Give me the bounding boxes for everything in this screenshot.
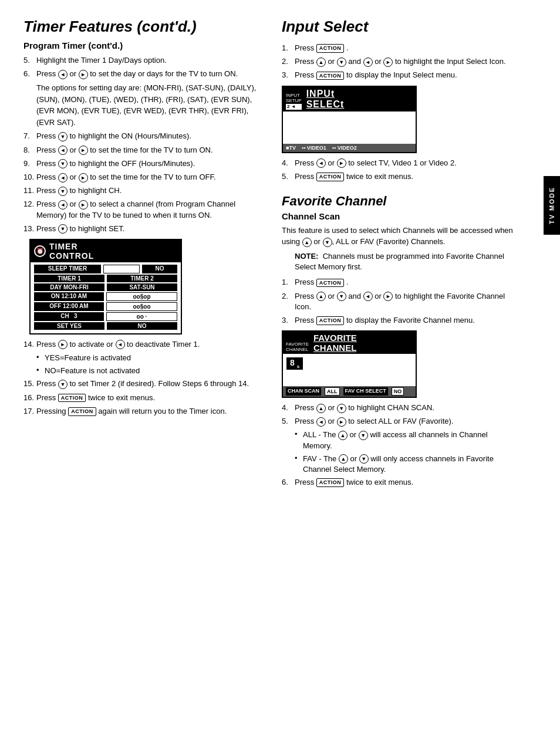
step-10: 10. Press ◄ or ► to set the time for the… [23,172,258,183]
step-6: 6. Press ◄ or ► to set the day or days f… [23,69,258,79]
step-14: 14. Press ► to activate or ◄ to deactiva… [23,339,258,350]
fav-desc: This feature is used to select which Cha… [282,225,517,248]
left-arrow-2-icon: ◄ [58,146,68,155]
left-title: Timer Features (cont'd.) [23,18,258,36]
is-body [283,111,416,144]
is-title-big: INPUt [306,89,345,99]
fav-step-4: 4. Press ▲ or ▼ to highlight CHAN SCAN. [282,403,517,413]
right-arrow-5-icon: ► [58,340,68,349]
fav-title: Favorite Channel [282,194,517,209]
step-12: 12. Press ◄ or ► to select a channel (fr… [23,199,258,220]
timer-screen-body: SLEEP TIMER NO TIMER 1 TIMER 2 DAY MON-F… [31,262,181,333]
down-arrow-3-icon: ▼ [58,187,68,196]
up-arrow-f4-icon: ▲ [316,404,326,413]
left-arrow-3-icon: ◄ [58,173,68,183]
fav-no: NO [392,387,404,396]
step-5: 5. Highlight the Timer 1 Day/Days option… [23,55,258,66]
ch-value2: oo · [106,312,177,321]
fav-header-right: FAVORITE CHANNEL [313,333,357,353]
left-arrow-r2-icon: ◄ [363,58,373,67]
left-arrow-icon: ◄ [58,70,68,79]
is-footer-v1: ▪▪ VIDEO1 [302,145,326,151]
step-11: 11. Press ▼ to highlight CH. [23,185,258,196]
on-time2: oo§op [106,292,177,301]
down-arrow-fav-icon: ▼ [323,238,332,247]
sleep-no-cell [103,265,140,273]
right-arrow-2-icon: ► [79,146,88,155]
up-arrow-fav-icon: ▲ [302,238,312,247]
down-arrow-fav2-icon: ▼ [359,454,369,464]
left-arrow-f5-icon: ◄ [316,417,326,427]
action-btn-f6: ACTION [316,478,345,487]
fav-bullet-all: • ALL - The ▲ or ▼ will access all chann… [282,430,517,451]
is-header-left: INPUT SETUP 2 ◄ [286,93,302,110]
timer-screen-header: ⏰ TIMERCONTROL [31,240,181,262]
right-arrow-r2-icon: ► [383,58,393,67]
action-btn-f3: ACTION [316,316,345,325]
fav-screen-header: FAVORITE CHANNEL FAVORITE CHANNEL [283,332,416,354]
ch-value: CH 3 [34,312,104,321]
left-column: Timer Features (cont'd.) Program Timer (… [0,18,270,722]
right-arrow-icon: ► [79,70,88,79]
off-time2: oo§oo [106,302,177,311]
fav-subtitle: Channel Scan [282,211,517,221]
fav-step-1: 1. Press ACTION . [282,277,517,288]
right-arrow-4-icon: ► [79,200,88,210]
down-arrow-all-icon: ▼ [359,431,368,440]
right-step-5: 5. Press ACTION twice to exit menus. [282,171,517,182]
up-arrow-f2-icon: ▲ [316,292,326,301]
fav-header-left: FAVORITE CHANNEL [286,342,309,353]
right-step-1: 1. Press ACTION . [282,43,517,53]
off-time: OFF 12:00 AM [34,302,104,311]
sleep-timer-cell: SLEEP TIMER [34,265,101,273]
fav-note: NOTE: Channels must be programmed into F… [282,251,517,272]
fav-channel-screen: FAVORITE CHANNEL FAVORITE CHANNEL 8 s CH… [282,330,417,398]
right-arrow-r4-icon: ► [337,158,346,168]
day-satsun: SAT-SUN [107,283,177,291]
down-arrow-f2-icon: ▼ [337,292,346,301]
timer-row-1: SLEEP TIMER NO [34,265,177,273]
input-select-screen: INPUT SETUP 2 ◄ INPUt SELECt ■TV ▪▪ VIDE… [282,86,417,153]
fav-step-5: 5. Press ◄ or ► to select ALL or FAV (Fa… [282,416,517,427]
timer-row-7: SET YES NO [34,322,177,330]
down-arrow-2-icon: ▼ [58,159,68,168]
timer-row-3: DAY MON-FRI SAT-SUN [34,283,177,291]
bullet-yes: • YES=Feature is activated [23,353,258,363]
fav-screen-footer: CHAN SCAN ALL FAV CH SELECT NO [283,386,416,397]
left-arrow-5-icon: ◄ [116,340,125,349]
is-footer-v2: ▪▪ VIDEO2 [332,145,357,151]
action-btn-17: ACTION [68,407,96,416]
step-17: 17. Pressing ACTION again will return yo… [23,406,258,417]
timer1-label: TIMER 1 [34,275,104,282]
day-monfri: DAY MON-FRI [34,283,104,291]
action-btn-r3: ACTION [316,72,345,80]
timer-row-6: CH 3 oo · [34,312,177,321]
down-arrow-5-icon: ▼ [58,380,68,389]
right-step-4: 4. Press ◄ or ► to select TV, Video 1 or… [282,158,517,168]
timer-screen: ⏰ TIMERCONTROL SLEEP TIMER NO TIMER 1 TI… [29,239,182,334]
set-yes: SET YES [34,322,104,330]
down-arrow-icon: ▼ [58,132,68,141]
right-title: Input Select [282,18,517,36]
step-13: 13. Press ▼ to highlight SET. [23,224,258,234]
fav-all: ALL [325,387,340,396]
step-9: 9. Press ▼ to highlight the OFF (Hours/M… [23,158,258,169]
fav-step-2: 2. Press ▲ or ▼ and ◄ or ► to highlight … [282,291,517,312]
fav-big-1: FAVORITE [313,333,357,343]
is-number: 2 ◄ [286,104,302,110]
left-subtitle: Program Timer (cont'd.) [23,40,258,50]
step-16: 16. Press ACTION twice to exit menus. [23,393,258,403]
sleep-no2-cell: NO [142,265,177,273]
up-arrow-all-icon: ▲ [338,431,348,440]
timer-row-4: ON 12:10 AM oo§op [34,292,177,301]
step-6-note: The options for setting day are: (MON-FR… [23,82,258,128]
set-no: NO [107,322,177,330]
left-arrow-r4-icon: ◄ [316,158,326,168]
left-arrow-f2-icon: ◄ [363,292,373,301]
up-arrow-fav2-icon: ▲ [339,454,348,464]
is-footer-tv: ■TV [286,145,296,151]
right-arrow-f5-icon: ► [337,417,346,427]
is-title-big2: SELECt [306,99,345,110]
down-arrow-r2-icon: ▼ [337,58,346,67]
fav-channel-num: 8 s [286,357,303,370]
